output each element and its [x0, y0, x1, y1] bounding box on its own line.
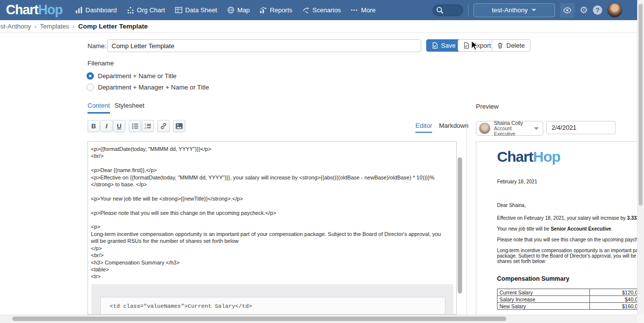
table-cell-value: $160,000	[590, 303, 644, 310]
compensation-summary-table: Current Salary $120,000 Salary Increase …	[497, 289, 644, 310]
nav-item-dashboard[interactable]: Dashboard	[70, 0, 122, 20]
nav-label: Scenarios	[313, 6, 341, 14]
vertical-scrollbar-thumb[interactable]	[639, 4, 643, 206]
editor-vertical-scrollbar[interactable]	[458, 157, 462, 294]
template-source-editor[interactable]: <p>{{formatDate(today, "MMMM dd, YYYY")}…	[88, 141, 457, 315]
settings-button[interactable]: ⚙	[580, 5, 588, 15]
delete-button[interactable]: Delete	[492, 39, 530, 52]
italic-button[interactable]: I	[100, 120, 113, 132]
top-navbar: ChartHop Dashboard Org Chart Data Sheet …	[0, 0, 644, 20]
table-cell-value: $40,000	[590, 296, 644, 303]
help-icon: ?	[596, 7, 599, 14]
gear-icon: ⚙	[580, 5, 588, 15]
name-label: Name:	[88, 42, 106, 50]
workspace-selector-button[interactable]: test-Anthony	[473, 3, 555, 17]
preview-date-input[interactable]: 2/4/2021	[546, 121, 615, 134]
letter-paragraph: Please note that you will see this chang…	[497, 237, 644, 242]
preview-label: Preview	[476, 103, 498, 110]
view-as-button[interactable]	[560, 3, 575, 18]
search-button[interactable]	[433, 4, 463, 16]
mouse-cursor	[470, 40, 480, 51]
bullet-list-icon	[132, 123, 139, 129]
person-info: Shaina Colly Account Executive	[494, 120, 534, 137]
nav-label: Data Sheet	[185, 6, 217, 14]
numbered-list-icon: 12	[145, 123, 151, 129]
code-block-inner: <td class="valueNames">Current Salary</t…	[100, 297, 445, 315]
svg-text:2: 2	[145, 126, 146, 129]
underline-button[interactable]: U	[113, 120, 125, 132]
more-icon	[351, 6, 358, 14]
radio-label-department-name-title[interactable]: Department + Name or Title	[98, 72, 176, 80]
chevron-down-icon	[531, 9, 536, 11]
code-block: <td class="valueNames">Current Salary</t…	[91, 284, 453, 315]
scenarios-icon	[302, 6, 310, 14]
map-icon	[227, 6, 234, 14]
nav-label: Reports	[270, 6, 293, 14]
nav-label: More	[361, 6, 376, 14]
table-cell-value: $120,000	[590, 289, 644, 296]
bullet-list-button[interactable]	[129, 120, 141, 132]
link-icon	[160, 122, 167, 130]
breadcrumb-workspace[interactable]: test-Anthony	[0, 23, 31, 30]
navbar-divider	[468, 4, 468, 17]
letter-preview-document: ChartHop February 18, 2021 Dear Shaina, …	[476, 141, 644, 323]
pane-divider	[467, 119, 467, 315]
logo-text-dark: Chart	[6, 2, 38, 17]
letter-date: February 18, 2021	[497, 179, 537, 184]
radio-label-department-manager-name-title[interactable]: Department + Manager + Name or Title	[98, 84, 209, 91]
trash-icon	[497, 42, 503, 49]
radio-department-manager-name-title[interactable]	[87, 84, 94, 91]
save-document-icon	[432, 42, 438, 49]
help-button[interactable]: ?	[593, 5, 602, 15]
breadcrumb-separator: ›	[73, 23, 75, 30]
nav-item-map[interactable]: Map	[222, 0, 255, 20]
breadcrumb-templates[interactable]: Templates	[40, 23, 69, 30]
nav-item-more[interactable]: More	[346, 0, 381, 20]
nav-item-org-chart[interactable]: Org Chart	[122, 0, 170, 20]
tab-content[interactable]: Content	[88, 102, 110, 114]
tab-stylesheet[interactable]: Stylesheet	[115, 102, 145, 112]
breadcrumb-separator: ›	[34, 23, 36, 30]
nav-item-data-sheet[interactable]: Data Sheet	[170, 0, 222, 20]
letter-logo-light: Hop	[533, 148, 560, 165]
charthop-comp-letter-template-page: ChartHop Dashboard Org Chart Data Sheet …	[0, 0, 644, 323]
image-icon	[176, 123, 183, 129]
underline-icon: U	[117, 122, 121, 130]
search-icon	[436, 6, 444, 14]
letter-paragraph: Effective on February 18, 2021, your sal…	[497, 215, 644, 221]
breadcrumb-current-page: Comp Letter Template	[78, 23, 148, 30]
data-sheet-icon	[175, 6, 182, 14]
code-block-text: <td class="valueNames">Current Salary</t…	[110, 303, 252, 309]
letter-paragraph: shares set forth below	[497, 259, 545, 264]
insert-image-button[interactable]	[173, 120, 185, 132]
org-chart-icon	[127, 6, 134, 14]
numbered-list-button[interactable]: 12	[142, 120, 154, 132]
table-row: Salary Increase $40,000	[498, 296, 644, 303]
horizontal-scrollbar-thumb[interactable]	[12, 317, 506, 321]
letter-paragraph: Your new job title will be Senior Accoun…	[497, 226, 613, 232]
navbar-right-controls: test-Anthony ⚙ ?	[433, 0, 622, 20]
template-name-input[interactable]: Comp Letter Template	[107, 39, 421, 52]
workspace-name: test-Anthony	[492, 6, 527, 14]
tab-editor-mode[interactable]: Editor	[415, 122, 432, 133]
insert-link-button[interactable]	[157, 120, 170, 132]
italic-icon: I	[106, 122, 108, 130]
save-button-label: Save	[441, 42, 456, 49]
delete-button-label: Delete	[506, 42, 525, 49]
user-avatar[interactable]	[607, 2, 622, 18]
letter-logo-dark: Chart	[497, 148, 533, 165]
letter-paragraph: Long-term incentive compensation opportu…	[497, 248, 644, 253]
chevron-down-icon	[534, 127, 539, 130]
bold-button[interactable]: B	[88, 120, 100, 132]
table-cell-label: Salary Increase	[498, 296, 590, 303]
table-row: New Salary $160,000	[498, 303, 644, 310]
tab-markdown-mode[interactable]: Markdown	[439, 122, 468, 132]
radio-department-name-title[interactable]	[87, 72, 94, 80]
charthop-logo[interactable]: ChartHop	[6, 2, 62, 18]
person-avatar	[479, 122, 491, 134]
nav-label: Dashboard	[86, 6, 117, 14]
save-button[interactable]: Save	[426, 39, 461, 52]
preview-person-select[interactable]: Shaina Colly Account Executive	[476, 121, 543, 136]
nav-item-reports[interactable]: Reports	[255, 0, 297, 20]
nav-item-scenarios[interactable]: Scenarios	[297, 0, 346, 20]
